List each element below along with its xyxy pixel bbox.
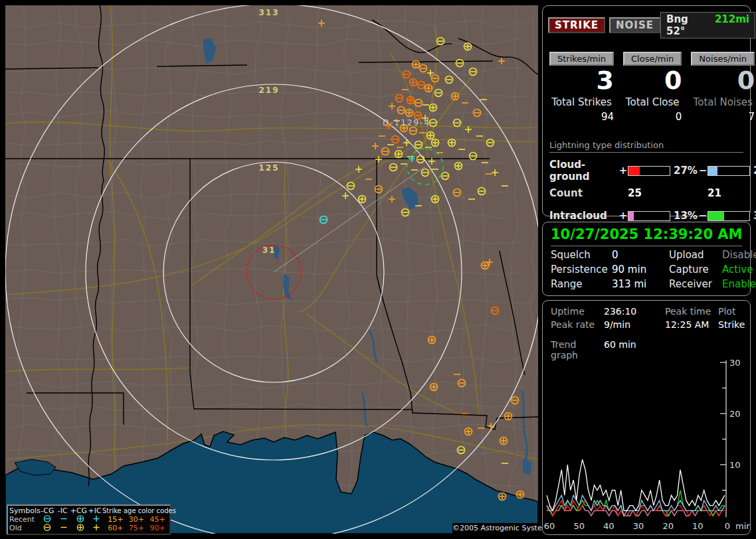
counters-panel: STRIKE NOISE Bng 52° 212mi Strikes/min C…: [542, 5, 751, 216]
trend-series-cloud-ground-positive: [547, 501, 725, 516]
x-axis-tick-label: 50: [573, 521, 585, 531]
intracloud-label: Intracloud: [549, 210, 618, 222]
trend-panel: Uptime 236:10 Peak time Plot Peak rate 9…: [542, 300, 751, 535]
x-axis-tick-label: 10: [692, 521, 704, 531]
x-axis-tick-label: 30: [633, 521, 644, 531]
strike-symbol: [407, 97, 415, 104]
y-axis-tick-label: 20: [729, 409, 741, 419]
y-axis-tick-label: 10: [729, 460, 741, 470]
strike-symbol: [410, 79, 417, 86]
cg-positive-bar: [628, 166, 670, 176]
plot-label: Plot: [718, 306, 742, 317]
legend-row: Old60+75+90+: [9, 524, 168, 532]
legend-row-label: Old: [9, 524, 39, 532]
x-axis-tick-label: 60: [544, 521, 555, 531]
strike-age-value: 45+: [147, 515, 168, 524]
cg-positive-count: 25: [628, 187, 670, 199]
copyright-text: ©2005 Astrogenic Systems: [452, 523, 538, 534]
total-noises-label: Total Noises: [691, 96, 755, 108]
strike-symbol: [517, 491, 524, 499]
x-axis-tick-label: 20: [662, 521, 674, 531]
plus-sign: +: [618, 210, 628, 222]
strike-symbol: [482, 262, 489, 270]
ring-distance-label: 313: [258, 8, 279, 17]
ring-distance-label: 219: [258, 86, 279, 95]
range-value: 313 mi: [612, 278, 669, 290]
plus-sign: +: [618, 165, 628, 177]
session-row: Uptime 236:10 Peak time Plot: [551, 306, 742, 317]
cg-positive-percent: 27%: [670, 165, 698, 177]
receiver-label: Receiver: [669, 278, 722, 290]
cloud-ground-label: Cloud-ground: [549, 159, 618, 183]
x-axis-unit: min: [735, 521, 750, 531]
strike-symbol: [430, 384, 438, 391]
ic-positive-bar: [628, 211, 670, 221]
close-per-min-chip[interactable]: Close/min: [623, 52, 682, 66]
cg-plus-icon: [75, 523, 86, 532]
strike-age-value: 30+: [126, 515, 147, 524]
strike-symbol: [455, 163, 462, 170]
legend-col-header: Symbols: [9, 506, 40, 515]
squelch-label: Squelch: [551, 249, 612, 261]
strike-symbol: [413, 61, 420, 68]
strike-symbol: [430, 104, 437, 112]
strike-symbol: [452, 93, 459, 100]
range-label: Range: [551, 278, 612, 290]
count-label: Count: [549, 187, 618, 199]
upload-label: Upload: [669, 249, 722, 261]
ic-negative-percent: 38%: [750, 210, 756, 222]
plot-value: Strike: [718, 319, 745, 330]
status-row: Persistence 90 min Capture Active: [551, 264, 742, 275]
ic-positive-percent: 13%: [670, 210, 698, 222]
cg-plus-icon: [75, 514, 86, 523]
capture-value: Active: [722, 264, 753, 275]
cg-negative-bar: [708, 166, 750, 176]
strike-age-value: 75+: [126, 524, 147, 532]
total-strikes-value: 94: [549, 111, 614, 123]
trend-graph-chart: 1020306050403020100min: [544, 359, 750, 533]
strike-symbol: [425, 85, 432, 92]
cg-minus-icon: [42, 523, 52, 532]
capture-label: Capture: [669, 264, 722, 275]
persistence-value: 90 min: [612, 264, 669, 275]
noises-per-min-chip[interactable]: Noises/min: [691, 52, 755, 66]
trend-series-intracloud-negative: [547, 491, 725, 516]
strike-mode-button[interactable]: STRIKE: [548, 17, 605, 33]
strike-symbol: [448, 139, 456, 147]
strike-symbol: [465, 428, 472, 435]
lightning-map[interactable]: 31321912531D-1129-4: [5, 5, 538, 534]
strike-symbol: [464, 43, 472, 50]
strike-symbol: [395, 151, 403, 158]
date-time-display: 10/27/2025 12:39:20 AM: [551, 226, 742, 246]
strike-symbol: [500, 437, 508, 445]
intracloud-row: Intracloud + 13% − 38%: [549, 210, 743, 222]
uptime-label: Uptime: [551, 306, 604, 317]
ic-plus-icon: [91, 523, 102, 532]
bearing-value: Bng 52°: [666, 13, 698, 37]
cg-minus-icon: [42, 514, 52, 523]
status-row: Squelch 0 Upload Disabled: [551, 249, 742, 261]
strike-age-value: 60+: [105, 524, 126, 532]
strikes-per-min-chip[interactable]: Strikes/min: [549, 52, 614, 66]
y-axis-tick-label: 30: [729, 359, 741, 368]
bearing-distance: 212mi: [715, 13, 749, 37]
strike-symbol: [406, 110, 413, 117]
cloud-ground-count-row: Count 25 21: [549, 187, 743, 199]
total-strikes-label: Total Strikes: [549, 96, 614, 108]
uptime-value: 236:10: [604, 306, 665, 317]
x-axis-tick-label: 40: [603, 521, 614, 531]
total-close-label: Total Close: [623, 96, 682, 108]
ring-distance-label: 31: [262, 246, 276, 255]
strikes-per-min-value: 3: [549, 67, 614, 94]
strike-symbol: [428, 337, 436, 344]
total-noises-value: 7: [691, 111, 755, 123]
trend-graph-label: Trend graph: [551, 339, 604, 360]
peak-rate-value: 9/min: [604, 319, 665, 330]
receiver-value: Enabled: [722, 278, 756, 290]
nexstorm-window: 31321912531D-1129-4 ©2005 Astrogenic Sys…: [0, 0, 756, 539]
trend-window-value: 60 min: [604, 339, 665, 360]
squelch-value: 0: [612, 249, 669, 261]
ic-plus-icon: [91, 514, 102, 523]
ic-minus-icon: [58, 514, 69, 523]
noise-mode-button[interactable]: NOISE: [609, 17, 660, 33]
